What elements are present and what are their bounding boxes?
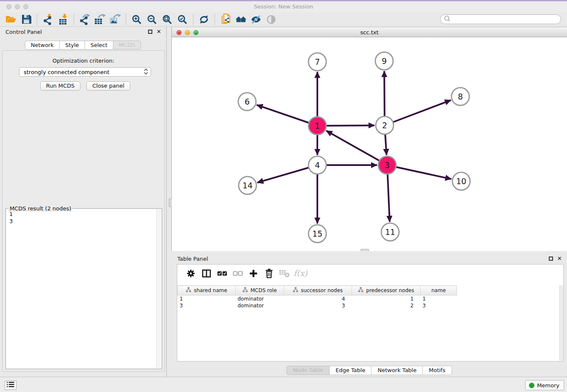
graph-node-1[interactable]: 1 — [308, 117, 326, 135]
criterion-selected-value: strongly connected component — [24, 69, 143, 75]
close-panel-icon[interactable]: ✕ — [157, 28, 161, 35]
add-column-icon[interactable] — [245, 267, 261, 280]
column-header-MCDS-role[interactable]: MCDS role — [236, 286, 284, 295]
zoom-in-icon[interactable] — [129, 13, 144, 26]
export-image-icon[interactable] — [107, 13, 123, 26]
table-cell: 3 — [421, 302, 457, 309]
zoom-selected-icon[interactable] — [175, 13, 190, 26]
task-history-button[interactable] — [5, 381, 17, 390]
search-input-wrap[interactable] — [440, 14, 561, 24]
export-table-icon[interactable] — [92, 13, 107, 26]
show-network-preview-icon[interactable] — [264, 13, 279, 26]
network-window-titlebar[interactable]: ✕ − + scc.txt — [172, 27, 567, 37]
close-window-icon[interactable] — [6, 4, 11, 9]
graph-node-15[interactable]: 15 — [308, 225, 326, 243]
clone-network-icon[interactable] — [218, 13, 233, 26]
result-scrollbar[interactable] — [156, 209, 161, 368]
table-scrollbar[interactable] — [559, 285, 563, 361]
application-window: Session: New Session Control Panel ✕ Net… — [0, 0, 567, 392]
graph-node-9[interactable]: 9 — [375, 52, 393, 70]
hierarchy-icon — [242, 287, 248, 294]
delete-column-icon[interactable] — [261, 267, 277, 280]
graph-edge-3-1[interactable] — [326, 131, 387, 165]
tab-select[interactable]: Select — [85, 41, 113, 50]
tab-motifs[interactable]: Motifs — [422, 366, 451, 375]
toolbar-divider — [37, 14, 37, 25]
status-bar: Memory — [0, 377, 567, 392]
select-all-columns-icon[interactable] — [214, 267, 230, 280]
network-canvas[interactable]: 7968124314101511 — [172, 37, 567, 251]
tab-mcds[interactable]: MCDS — [113, 41, 141, 50]
tab-edge-table[interactable]: Edge Table — [329, 366, 372, 375]
graph-node-7[interactable]: 7 — [308, 53, 326, 71]
minimize-window-icon[interactable] — [15, 4, 20, 9]
control-panel: Control Panel ✕ NetworkStyleSelectMCDS O… — [0, 27, 167, 377]
svg-text:4: 4 — [315, 160, 320, 170]
graph-node-2[interactable]: 2 — [376, 116, 394, 134]
table-float-panel-icon[interactable] — [549, 257, 553, 261]
hierarchy-icon — [293, 287, 298, 294]
function-builder-icon: f(x) — [292, 267, 308, 280]
control-panel-tabs: NetworkStyleSelectMCDS — [0, 41, 166, 50]
titlebar[interactable]: Session: New Session — [0, 1, 567, 12]
column-header-successor-nodes[interactable]: successor nodes — [284, 286, 352, 295]
toolbar-divider — [215, 14, 215, 25]
zoom-fit-icon[interactable] — [160, 13, 175, 26]
table-close-panel-icon[interactable]: ✕ — [557, 255, 562, 262]
mcds-result-item: 3 — [9, 218, 156, 225]
node-table-container: f(x) shared nameMCDS rolesuccessor nodes… — [177, 264, 564, 362]
graph-edge-1-6[interactable] — [257, 105, 317, 126]
deselect-all-columns-icon[interactable] — [230, 267, 245, 280]
control-panel-header: Control Panel ✕ — [0, 27, 166, 37]
table-cell: 4 — [284, 295, 352, 302]
control-panel-title: Control Panel — [6, 29, 42, 35]
table-row[interactable]: 3dominator323 — [178, 302, 560, 309]
toolbar-divider — [74, 14, 74, 25]
import-network-icon[interactable] — [40, 13, 55, 26]
graph-edge-2-8[interactable] — [385, 100, 451, 125]
network-minimize-icon[interactable]: − — [185, 30, 190, 35]
zoom-out-icon[interactable] — [144, 13, 160, 26]
graph-node-11[interactable]: 11 — [381, 223, 399, 241]
network-maximize-icon[interactable]: + — [193, 30, 198, 35]
hide-network-icon[interactable] — [248, 13, 264, 26]
table-row[interactable]: 1dominator411 — [178, 295, 560, 302]
refresh-layout-icon[interactable] — [196, 13, 212, 26]
maximize-window-icon[interactable] — [23, 4, 28, 9]
graph-node-3[interactable]: 3 — [378, 156, 396, 174]
column-header-predecessor-nodes[interactable]: predecessor nodes — [352, 286, 421, 295]
save-session-icon[interactable] — [19, 13, 34, 26]
run-mcds-button[interactable]: Run MCDS — [40, 81, 80, 91]
show-all-panels-icon[interactable] — [233, 13, 248, 26]
svg-text:1: 1 — [315, 121, 320, 130]
float-panel-icon[interactable] — [148, 30, 152, 34]
search-input[interactable] — [451, 15, 561, 23]
split-view-icon[interactable] — [198, 267, 214, 280]
network-close-icon[interactable]: ✕ — [176, 30, 182, 35]
tab-node-table[interactable]: Node Table — [286, 366, 330, 375]
table-cell: 3 — [284, 302, 352, 309]
graph-node-4[interactable]: 4 — [308, 156, 326, 174]
open-session-icon[interactable] — [3, 13, 19, 26]
close-panel-button[interactable]: Close panel — [86, 81, 130, 91]
import-table-icon[interactable] — [55, 13, 71, 26]
memory-button[interactable]: Memory — [525, 380, 564, 390]
node-table[interactable]: shared nameMCDS rolesuccessor nodesprede… — [177, 285, 560, 309]
mcds-result-list[interactable]: 13 — [7, 210, 156, 368]
tab-style[interactable]: Style — [59, 41, 85, 50]
svg-text:2: 2 — [382, 121, 387, 130]
export-network-icon[interactable] — [77, 13, 92, 26]
table-settings-icon[interactable] — [183, 267, 198, 280]
graph-edge-3-10[interactable] — [387, 165, 451, 179]
column-header-name[interactable]: name — [421, 286, 457, 295]
delete-table-icon — [277, 267, 292, 280]
graph-node-8[interactable]: 8 — [451, 88, 469, 105]
graph-node-14[interactable]: 14 — [239, 177, 256, 194]
tab-network-table[interactable]: Network Table — [371, 366, 423, 375]
column-header-shared-name[interactable]: shared name — [178, 286, 236, 295]
criterion-select[interactable]: strongly connected component — [19, 67, 151, 77]
tab-network[interactable]: Network — [25, 41, 60, 50]
table-panel-title: Table Panel — [177, 256, 208, 262]
graph-node-10[interactable]: 10 — [452, 172, 470, 190]
graph-node-6[interactable]: 6 — [238, 93, 256, 110]
